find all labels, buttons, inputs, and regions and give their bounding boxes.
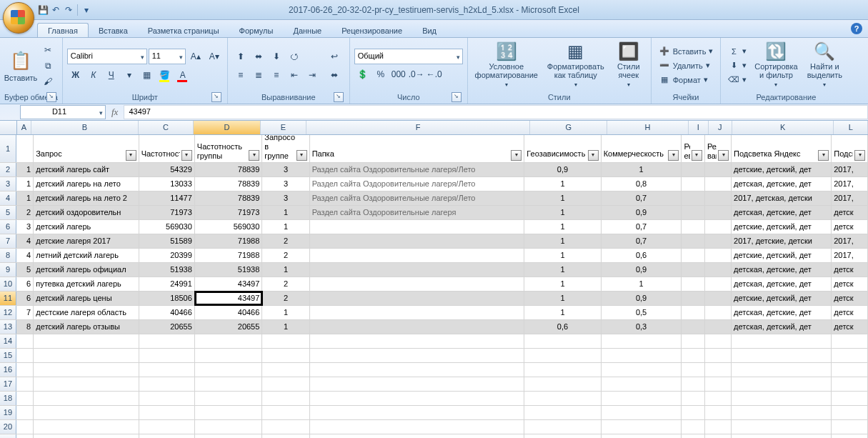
cell[interactable] bbox=[732, 377, 832, 391]
cell[interactable]: 1 bbox=[262, 320, 309, 334]
colhead-J[interactable]: J bbox=[709, 121, 732, 134]
cell[interactable]: 3 bbox=[262, 177, 309, 191]
cell[interactable]: 2 bbox=[262, 277, 309, 291]
cell[interactable] bbox=[832, 349, 868, 362]
rowhead[interactable]: 4 bbox=[0, 191, 16, 205]
tab-data[interactable]: Данные bbox=[283, 24, 331, 37]
find-select-button[interactable]: 🔍Найти и выделить▾ bbox=[802, 42, 847, 89]
cell[interactable]: Раздел сайта Оздоровительные лагеря/Лето bbox=[310, 177, 525, 191]
cell[interactable] bbox=[16, 377, 34, 391]
header-cell-F[interactable]: Папка▾ bbox=[310, 135, 525, 162]
cell[interactable]: 0,6 bbox=[524, 320, 601, 334]
cell[interactable]: 0,8 bbox=[602, 177, 682, 191]
colhead-G[interactable]: G bbox=[530, 121, 607, 134]
colhead-A[interactable]: A bbox=[17, 121, 31, 134]
cell-styles-button[interactable]: 🔲Стили ячеек▾ bbox=[611, 42, 647, 89]
cell[interactable] bbox=[524, 349, 601, 362]
cell[interactable] bbox=[16, 363, 34, 377]
cell[interactable]: 3 bbox=[16, 220, 34, 234]
autosum-button[interactable]: Σ▾ bbox=[725, 44, 749, 59]
cell[interactable] bbox=[524, 420, 601, 434]
cell[interactable]: детские, детский, дет bbox=[732, 163, 832, 176]
wrap-text-icon[interactable]: ↩ bbox=[324, 48, 345, 65]
header-cell-B[interactable]: Запрос▾ bbox=[34, 135, 139, 162]
cell[interactable] bbox=[705, 220, 732, 234]
cell[interactable] bbox=[16, 334, 34, 348]
cell[interactable] bbox=[16, 406, 34, 419]
cell[interactable]: 0,6 bbox=[602, 249, 682, 262]
rowhead[interactable]: 16 bbox=[0, 363, 16, 377]
header-cell-I[interactable]: Рел ев▾ bbox=[682, 135, 705, 162]
dialog-launcher-icon[interactable]: ↘ bbox=[46, 92, 56, 102]
cell[interactable]: 1 bbox=[602, 277, 682, 291]
align-center-icon[interactable]: ≣ bbox=[250, 66, 267, 84]
font-name-combo[interactable]: Calibri bbox=[67, 49, 147, 64]
cell[interactable] bbox=[139, 334, 195, 348]
cell[interactable] bbox=[682, 177, 705, 191]
cell[interactable] bbox=[139, 434, 195, 438]
cell[interactable] bbox=[139, 363, 195, 377]
cell[interactable] bbox=[262, 349, 309, 362]
cell[interactable] bbox=[832, 392, 868, 405]
cell[interactable]: 0,9 bbox=[602, 206, 682, 219]
cell[interactable]: 78839 bbox=[195, 163, 263, 176]
rowhead[interactable]: 6 bbox=[0, 220, 16, 234]
rowhead[interactable]: 7 bbox=[0, 234, 16, 248]
comma-icon[interactable]: 000 bbox=[390, 66, 407, 83]
cell[interactable] bbox=[310, 292, 525, 305]
select-all-corner[interactable] bbox=[0, 121, 17, 135]
tab-view[interactable]: Вид bbox=[412, 24, 447, 37]
cell[interactable] bbox=[682, 191, 705, 205]
cell[interactable]: 2017, детская, детски bbox=[732, 191, 832, 205]
header-cell-E[interactable]: Запросов в группе▾ bbox=[262, 135, 309, 162]
cell[interactable] bbox=[262, 420, 309, 434]
rowhead[interactable]: 10 bbox=[0, 277, 16, 291]
cell[interactable] bbox=[195, 420, 263, 434]
cell[interactable] bbox=[682, 349, 705, 362]
cell[interactable] bbox=[705, 363, 732, 377]
dialog-launcher-icon[interactable]: ↘ bbox=[334, 92, 344, 102]
cell[interactable] bbox=[310, 349, 525, 362]
cell[interactable]: 4 bbox=[16, 249, 34, 262]
cell[interactable] bbox=[602, 392, 682, 405]
cell[interactable] bbox=[262, 392, 309, 405]
cell[interactable] bbox=[832, 420, 868, 434]
indent-dec-icon[interactable]: ⇤ bbox=[286, 66, 303, 84]
cell[interactable]: 569030 bbox=[195, 220, 263, 234]
cell[interactable]: 78839 bbox=[195, 191, 263, 205]
cell[interactable]: 0,9 bbox=[602, 292, 682, 305]
rowhead[interactable]: 17 bbox=[0, 377, 16, 391]
cell[interactable]: 1 bbox=[524, 277, 601, 291]
tab-layout[interactable]: Разметка страницы bbox=[138, 24, 229, 37]
dec-decimal-icon[interactable]: ←.0 bbox=[426, 66, 443, 83]
cell[interactable]: 1 bbox=[524, 263, 601, 277]
colhead-L[interactable]: L bbox=[834, 121, 868, 134]
filter-button[interactable]: ▾ bbox=[511, 150, 522, 161]
cell[interactable]: 3 bbox=[262, 163, 309, 176]
cell[interactable] bbox=[682, 392, 705, 405]
align-middle-icon[interactable]: ⬌ bbox=[250, 48, 267, 65]
cell[interactable]: детская, детский, дет bbox=[732, 320, 832, 334]
cell[interactable] bbox=[34, 406, 139, 419]
cell[interactable] bbox=[832, 377, 868, 391]
italic-button[interactable]: К bbox=[85, 66, 102, 84]
rowhead[interactable]: 11 bbox=[0, 292, 16, 305]
cell[interactable]: 51589 bbox=[139, 234, 195, 248]
cell[interactable] bbox=[310, 406, 525, 419]
rowhead[interactable]: 8 bbox=[0, 249, 16, 262]
cell[interactable] bbox=[524, 334, 601, 348]
header-cell-H[interactable]: Коммерческость▾ bbox=[602, 135, 682, 162]
cell[interactable] bbox=[310, 306, 525, 319]
cell[interactable]: детск bbox=[832, 277, 868, 291]
cell[interactable]: 2017, bbox=[832, 177, 868, 191]
cell[interactable] bbox=[682, 320, 705, 334]
cell[interactable]: 1 bbox=[524, 177, 601, 191]
cell[interactable]: путевка детский лагерь bbox=[34, 277, 139, 291]
redo-icon[interactable]: ↷ bbox=[63, 4, 74, 16]
cell[interactable] bbox=[310, 277, 525, 291]
cell[interactable] bbox=[682, 420, 705, 434]
cell[interactable]: 2 bbox=[262, 292, 309, 305]
cell[interactable] bbox=[732, 349, 832, 362]
font-size-combo[interactable]: 11 bbox=[149, 49, 186, 64]
cell[interactable]: 20399 bbox=[139, 249, 195, 262]
